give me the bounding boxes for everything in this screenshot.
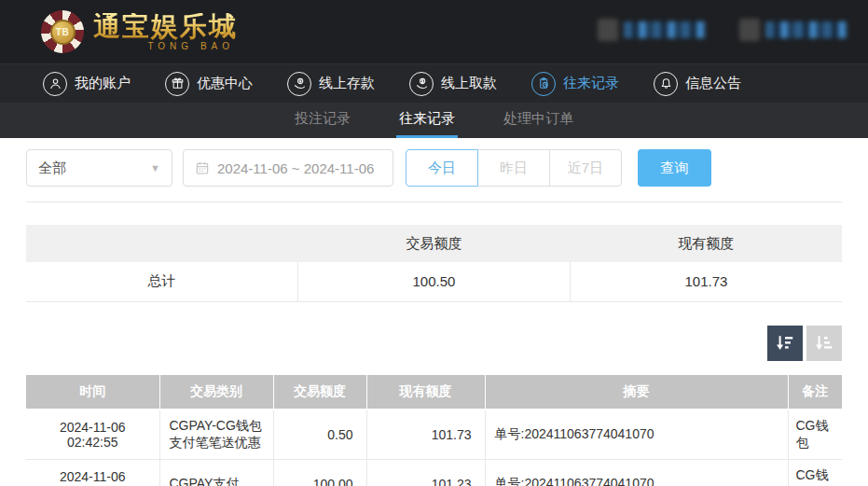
withdraw-hand-dollar-icon bbox=[409, 72, 434, 96]
nav-item-deposit[interactable]: 线上存款 bbox=[287, 72, 375, 96]
sort-ascending-button[interactable] bbox=[806, 326, 842, 361]
summary-total-current-balance: 101.73 bbox=[570, 262, 842, 301]
summary-header-empty bbox=[26, 225, 298, 262]
brand-name-cn: 通宝娱乐城 bbox=[93, 13, 238, 40]
user-name-redacted bbox=[739, 19, 847, 41]
bell-icon bbox=[654, 72, 678, 96]
nav-label: 线上存款 bbox=[319, 75, 375, 92]
quick-date-button-group: 今日 昨日 近7日 bbox=[406, 149, 622, 187]
nav-label: 信息公告 bbox=[685, 75, 741, 92]
tab-transaction-records[interactable]: 往来记录 bbox=[396, 103, 458, 138]
clipboard-clock-icon bbox=[531, 72, 556, 96]
calendar-icon bbox=[195, 160, 210, 175]
header-time: 时间 bbox=[26, 375, 159, 410]
summary-table: 交易额度 现有额度 总计 100.50 101.73 bbox=[26, 225, 842, 302]
header-note: 备注 bbox=[788, 375, 842, 410]
date-range-input[interactable]: 2024-11-06 ~ 2024-11-06 bbox=[183, 149, 393, 187]
table-row: 2024-11-06 02:42:55 CGPAY-CG钱包支付笔笔送优惠 0.… bbox=[26, 410, 842, 460]
redacted-text bbox=[624, 21, 706, 38]
sort-ascending-icon bbox=[814, 333, 834, 354]
sort-controls bbox=[26, 326, 842, 361]
user-info-area bbox=[598, 19, 847, 41]
header-balance: 现有额度 bbox=[366, 375, 485, 410]
nav-item-announcements[interactable]: 信息公告 bbox=[654, 72, 741, 96]
redacted-text bbox=[765, 21, 847, 38]
yesterday-button[interactable]: 昨日 bbox=[477, 149, 550, 187]
date-range-value: 2024-11-06 ~ 2024-11-06 bbox=[217, 160, 374, 176]
section-divider bbox=[26, 201, 842, 202]
cell-balance: 101.73 bbox=[366, 410, 485, 460]
header-summary: 摘要 bbox=[485, 375, 788, 410]
main-nav: 我的账户 优惠中心 线上存款 线上取款 往来记录 信息公告 bbox=[0, 63, 868, 103]
summary-header-current-balance: 现有额度 bbox=[570, 225, 842, 262]
brand-name-en: TONG BAO bbox=[93, 41, 238, 51]
cell-note: CG钱包 bbox=[788, 459, 842, 486]
chip-monogram: TB bbox=[50, 20, 76, 45]
brand-text: 通宝娱乐城 TONG BAO bbox=[93, 13, 238, 51]
summary-header-row: 交易额度 现有额度 bbox=[26, 225, 842, 262]
cell-summary: 单号:202411063774041070 bbox=[485, 459, 788, 486]
summary-total-label: 总计 bbox=[26, 262, 298, 301]
header-amount: 交易额度 bbox=[273, 375, 366, 410]
cell-time: 2024-11-06 02:42:55 bbox=[26, 459, 159, 486]
today-button[interactable]: 今日 bbox=[406, 149, 478, 187]
nav-label: 优惠中心 bbox=[197, 75, 253, 92]
summary-header-transaction-amount: 交易额度 bbox=[298, 225, 571, 262]
query-button[interactable]: 查询 bbox=[638, 149, 711, 187]
last-7-days-button[interactable]: 近7日 bbox=[549, 149, 622, 187]
summary-total-transaction-amount: 100.50 bbox=[298, 262, 571, 301]
cell-type: CGPAY支付 bbox=[159, 459, 273, 486]
casino-chip-icon: TB bbox=[41, 10, 84, 53]
type-select-value: 全部 bbox=[38, 160, 66, 177]
summary-total-row: 总计 100.50 101.73 bbox=[26, 262, 842, 301]
cell-amount: 100.00 bbox=[273, 459, 366, 486]
type-select[interactable]: 全部 ▼ bbox=[26, 149, 172, 187]
table-row: 2024-11-06 02:42:55 CGPAY支付 100.00 101.2… bbox=[26, 459, 842, 486]
sub-tabs: 投注记录 往来记录 处理中订单 bbox=[0, 103, 868, 138]
cell-type: CGPAY-CG钱包支付笔笔送优惠 bbox=[159, 410, 273, 460]
header-type: 交易类别 bbox=[159, 375, 273, 410]
nav-label: 线上取款 bbox=[441, 75, 497, 92]
nav-item-transaction-records[interactable]: 往来记录 bbox=[531, 72, 619, 96]
records-table: 时间 交易类别 交易额度 现有额度 摘要 备注 2024-11-06 02:42… bbox=[26, 375, 842, 486]
nav-label: 我的账户 bbox=[75, 75, 131, 92]
tab-label: 投注记录 bbox=[295, 110, 351, 128]
tab-label: 处理中订单 bbox=[503, 110, 573, 128]
deposit-hand-coin-icon bbox=[287, 72, 311, 96]
nav-label: 往来记录 bbox=[563, 75, 619, 92]
wallet-icon bbox=[598, 19, 618, 41]
filter-row: 全部 ▼ 2024-11-06 ~ 2024-11-06 今日 昨日 近7日 查… bbox=[0, 138, 868, 187]
user-icon bbox=[739, 19, 760, 41]
cell-amount: 0.50 bbox=[273, 410, 366, 460]
tab-label: 往来记录 bbox=[399, 110, 455, 128]
tab-betting-records[interactable]: 投注记录 bbox=[292, 103, 353, 138]
cell-time: 2024-11-06 02:42:55 bbox=[26, 410, 159, 460]
cell-balance: 101.23 bbox=[366, 459, 485, 486]
cell-note: CG钱包 bbox=[788, 410, 842, 460]
gift-icon bbox=[165, 72, 189, 96]
top-header: TB 通宝娱乐城 TONG BAO bbox=[0, 0, 868, 63]
nav-item-withdraw[interactable]: 线上取款 bbox=[409, 72, 497, 96]
chevron-down-icon: ▼ bbox=[150, 162, 160, 174]
user-icon bbox=[43, 72, 67, 96]
nav-item-promotions[interactable]: 优惠中心 bbox=[165, 72, 253, 96]
tab-pending-orders[interactable]: 处理中订单 bbox=[501, 103, 576, 138]
user-balance-redacted bbox=[598, 19, 706, 41]
cell-summary: 单号:202411063774041070 bbox=[485, 410, 788, 460]
sort-descending-button[interactable] bbox=[767, 326, 803, 361]
nav-item-my-account[interactable]: 我的账户 bbox=[43, 72, 131, 96]
brand-logo[interactable]: TB 通宝娱乐城 TONG BAO bbox=[41, 10, 238, 53]
records-header-row: 时间 交易类别 交易额度 现有额度 摘要 备注 bbox=[26, 375, 842, 410]
sort-descending-icon bbox=[775, 333, 795, 354]
